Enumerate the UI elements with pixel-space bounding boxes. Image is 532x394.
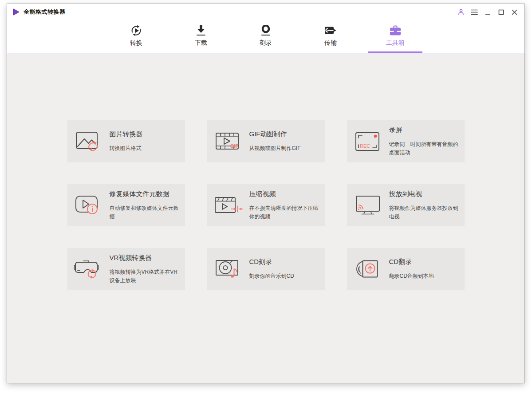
card-screen-record[interactable]: REC 录屏 记录同一时间所有带有音频的桌面活动 — [347, 120, 465, 162]
card-cd-rip[interactable]: CD翻录 翻录CD音频到本地 — [347, 248, 465, 290]
tab-label: 工具箱 — [386, 39, 405, 47]
download-icon — [196, 24, 206, 37]
card-desc: 将视频作为媒体服务器投放到电视 — [389, 204, 460, 221]
card-image-converter[interactable]: 图片转换器 转换图片格式 — [67, 120, 185, 162]
card-cast-tv[interactable]: 投放到电视 将视频作为媒体服务器投放到电视 — [347, 184, 465, 226]
minimize-icon[interactable] — [484, 8, 492, 16]
card-desc: 刻录你的音乐到CD — [249, 272, 320, 280]
card-desc: 翻录CD音频到本地 — [389, 272, 460, 280]
tab-label: 转换 — [130, 39, 142, 47]
card-title: CD刻录 — [249, 258, 320, 266]
tab-label: 刻录 — [260, 39, 272, 47]
image-converter-icon — [67, 129, 110, 154]
gif-maker-icon: GIF — [207, 129, 249, 154]
close-icon[interactable] — [510, 8, 518, 16]
fix-metadata-icon — [67, 193, 110, 218]
card-title: GIF动图制作 — [249, 130, 320, 138]
card-title: CD翻录 — [389, 258, 460, 266]
tab-toolbox[interactable]: 工具箱 — [370, 20, 421, 53]
cd-rip-icon — [347, 256, 389, 282]
tab-burn[interactable]: 刻录 — [240, 20, 291, 53]
card-cd-burn[interactable]: CD刻录 刻录你的音乐到CD — [207, 248, 325, 290]
card-desc: 从视频或图片制作GIF — [249, 144, 320, 153]
tab-download[interactable]: 下载 — [176, 20, 226, 53]
title-bar: 全能格式转换器 — [7, 4, 524, 20]
card-compress-video[interactable]: 压缩视频 在不损失清晰度的情况下压缩你的视频 — [207, 184, 325, 226]
vr-converter-icon — [67, 256, 110, 282]
card-vr-converter[interactable]: VR视频转换器 将视频转换为VR格式并在VR设备上放映 — [67, 248, 185, 290]
gif-label: GIF — [230, 143, 239, 149]
card-title: 投放到电视 — [389, 190, 460, 198]
card-desc: 将视频转换为VR格式并在VR设备上放映 — [110, 268, 181, 284]
screen-record-icon: REC — [347, 129, 389, 154]
card-gif-maker[interactable]: GIF GIF动图制作 从视频或图片制作GIF — [207, 120, 325, 162]
account-icon[interactable] — [457, 8, 465, 16]
tab-label: 下载 — [195, 39, 207, 47]
cd-burn-icon — [207, 256, 249, 282]
maximize-icon[interactable] — [497, 8, 505, 16]
card-title: 录屏 — [389, 126, 460, 134]
tab-transfer[interactable]: 传输 — [305, 20, 356, 53]
app-title: 全能格式转换器 — [24, 8, 66, 16]
card-title: VR视频转换器 — [110, 254, 181, 262]
app-logo-icon — [13, 8, 20, 16]
burn-icon — [260, 24, 271, 37]
compress-video-icon — [207, 193, 249, 218]
app-window: 全能格式转换器 — [7, 4, 525, 383]
window-controls — [457, 8, 518, 16]
tool-grid: 图片转换器 转换图片格式 GIF GIF动图制 — [7, 55, 524, 290]
rec-label: REC — [360, 143, 370, 149]
toolbox-icon — [389, 24, 402, 37]
card-desc: 自动修复和修改媒体文件元数据 — [110, 204, 181, 221]
tab-label: 传输 — [324, 39, 337, 47]
card-desc: 转换图片格式 — [110, 144, 181, 153]
main-nav: 转换 下载 刻录 — [7, 20, 524, 53]
convert-icon — [130, 24, 142, 37]
card-desc: 在不损失清晰度的情况下压缩你的视频 — [249, 204, 320, 221]
tab-convert[interactable]: 转换 — [111, 20, 162, 53]
cast-tv-icon — [347, 193, 389, 218]
card-title: 压缩视频 — [249, 190, 320, 198]
card-title: 图片转换器 — [110, 130, 181, 138]
card-title: 修复媒体文件元数据 — [110, 190, 181, 198]
card-fix-metadata[interactable]: 修复媒体文件元数据 自动修复和修改媒体文件元数据 — [67, 184, 185, 226]
toolbox-panel: 图片转换器 转换图片格式 GIF GIF动图制 — [7, 55, 524, 383]
menu-icon[interactable] — [470, 8, 478, 16]
transfer-icon — [324, 24, 337, 37]
card-desc: 记录同一时间所有带有音频的桌面活动 — [389, 140, 460, 157]
